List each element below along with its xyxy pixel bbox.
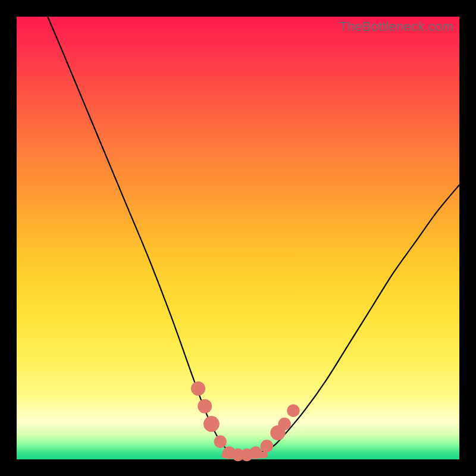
curve-marker bbox=[287, 404, 299, 416]
curve-marker bbox=[203, 416, 220, 432]
curve-marker bbox=[278, 418, 290, 430]
curve-marker bbox=[198, 399, 212, 414]
chart-plot-area: TheBottleneck.com bbox=[17, 17, 459, 459]
curve-marker bbox=[249, 446, 262, 459]
curve-marker bbox=[261, 440, 273, 452]
chart-frame: TheBottleneck.com bbox=[0, 0, 476, 476]
bottleneck-curve bbox=[17, 17, 459, 459]
curve-marker bbox=[191, 381, 205, 396]
curve-markers bbox=[191, 381, 300, 461]
curve-marker bbox=[214, 436, 227, 448]
curve-line bbox=[48, 17, 459, 455]
